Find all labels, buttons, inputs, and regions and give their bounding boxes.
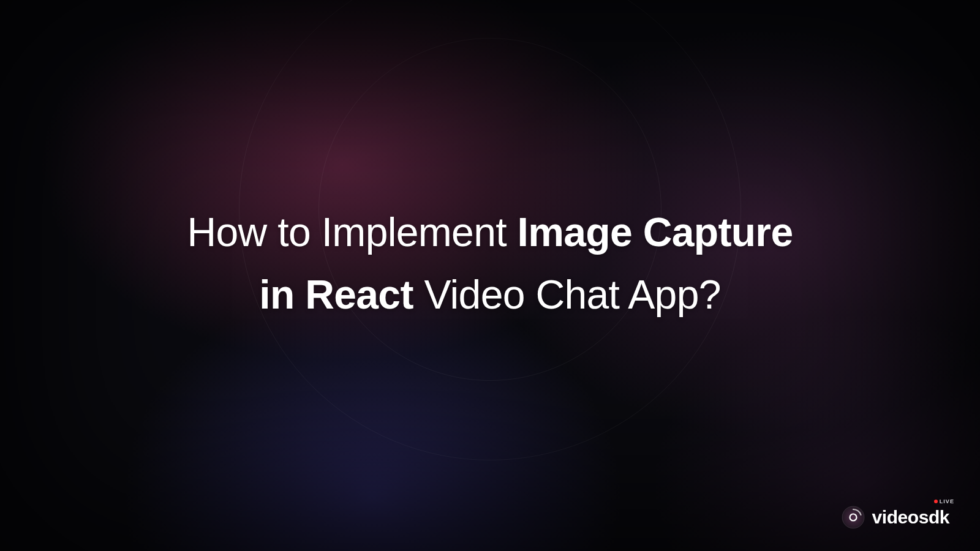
title-segment: in React (259, 272, 413, 317)
title-segment: Image Capture (518, 209, 793, 255)
hero-title: How to Implement Image Capture in React … (114, 201, 867, 326)
live-badge: LIVE (934, 498, 954, 504)
videosdk-logo-icon (842, 506, 865, 529)
brand-block: LIVE videosdk (842, 506, 949, 529)
title-segment: How to Implement (187, 209, 518, 255)
hero-banner: How to Implement Image Capture in React … (0, 0, 980, 551)
brand-name: videosdk (872, 507, 949, 527)
live-badge-text: LIVE (940, 498, 954, 504)
title-segment: Video Chat App? (413, 272, 721, 317)
live-dot-icon (934, 500, 938, 503)
